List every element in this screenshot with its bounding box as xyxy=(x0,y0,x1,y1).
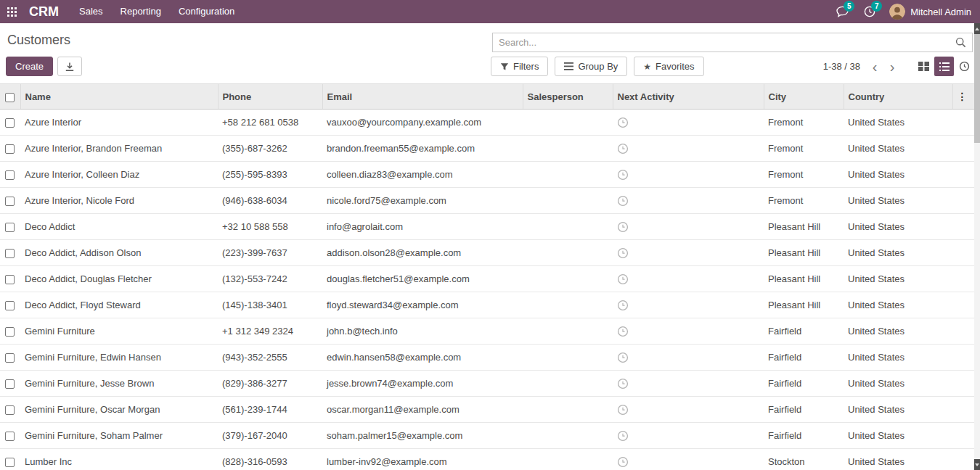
app-brand[interactable]: CRM xyxy=(23,4,70,20)
cell-country[interactable]: United States xyxy=(844,214,952,240)
table-row[interactable]: Deco Addict, Douglas Fletcher (132)-553-… xyxy=(0,266,974,292)
cell-phone[interactable]: (145)-138-3401 xyxy=(218,292,322,318)
cell-phone[interactable]: (223)-399-7637 xyxy=(218,240,322,266)
cell-next-activity[interactable] xyxy=(613,345,764,371)
row-select-cell[interactable] xyxy=(0,162,20,188)
cell-country[interactable]: United States xyxy=(844,449,952,470)
vertical-scrollbar[interactable] xyxy=(974,23,980,470)
cell-city[interactable]: Pleasant Hill xyxy=(764,292,844,318)
table-row[interactable]: Lumber Inc (828)-316-0593 lumber-inv92@e… xyxy=(0,449,974,470)
row-select-cell[interactable] xyxy=(0,110,20,136)
search-input[interactable] xyxy=(493,37,950,48)
cell-country[interactable]: United States xyxy=(844,423,952,449)
next-activity-clock-icon[interactable] xyxy=(617,273,629,285)
table-row[interactable]: Azure Interior, Nicole Ford (946)-638-60… xyxy=(0,188,974,214)
row-checkbox[interactable] xyxy=(5,118,15,128)
cell-salesperson[interactable] xyxy=(523,266,613,292)
row-checkbox[interactable] xyxy=(5,379,15,389)
cell-phone[interactable]: (829)-386-3277 xyxy=(218,371,322,397)
cell-phone[interactable]: (255)-595-8393 xyxy=(218,162,322,188)
cell-city[interactable]: Pleasant Hill xyxy=(764,266,844,292)
row-select-cell[interactable] xyxy=(0,188,20,214)
select-all-header[interactable] xyxy=(0,84,20,110)
cell-next-activity[interactable] xyxy=(613,136,764,162)
next-activity-clock-icon[interactable] xyxy=(617,221,629,233)
scroll-down-button[interactable] xyxy=(974,459,980,470)
cell-country[interactable]: United States xyxy=(844,110,952,136)
cell-next-activity[interactable] xyxy=(613,371,764,397)
pager-value[interactable]: 1-38 / 38 xyxy=(823,61,860,72)
cell-email[interactable]: douglas.fletcher51@example.com xyxy=(322,266,523,292)
cell-name[interactable]: Azure Interior, Brandon Freeman xyxy=(20,136,218,162)
row-select-cell[interactable] xyxy=(0,266,20,292)
filters-button[interactable]: Filters xyxy=(491,57,548,76)
cell-name[interactable]: Gemini Furniture, Edwin Hansen xyxy=(20,345,218,371)
cell-city[interactable]: Pleasant Hill xyxy=(764,240,844,266)
next-activity-clock-icon[interactable] xyxy=(617,117,629,128)
messages-button[interactable]: 5 xyxy=(828,0,856,23)
pager-previous-button[interactable]: ‹ xyxy=(866,57,883,76)
cell-next-activity[interactable] xyxy=(613,318,764,345)
cell-country[interactable]: United States xyxy=(844,371,952,397)
menu-reporting[interactable]: Reporting xyxy=(112,0,170,23)
cell-salesperson[interactable] xyxy=(523,397,613,423)
cell-name[interactable]: Gemini Furniture, Soham Palmer xyxy=(20,423,218,449)
search-icon[interactable] xyxy=(950,37,972,48)
table-row[interactable]: Gemini Furniture, Soham Palmer (379)-167… xyxy=(0,423,974,449)
next-activity-clock-icon[interactable] xyxy=(617,456,629,468)
cell-city[interactable]: Stockton xyxy=(764,449,844,470)
column-header-next-activity[interactable]: Next Activity xyxy=(613,84,764,110)
row-select-cell[interactable] xyxy=(0,449,20,470)
cell-next-activity[interactable] xyxy=(613,423,764,449)
row-checkbox[interactable] xyxy=(5,170,15,180)
row-checkbox[interactable] xyxy=(5,301,15,310)
cell-city[interactable]: Fremont xyxy=(764,162,844,188)
column-header-country[interactable]: Country xyxy=(844,84,952,110)
cell-next-activity[interactable] xyxy=(613,188,764,214)
cell-email[interactable]: brandon.freeman55@example.com xyxy=(322,136,523,162)
cell-email[interactable]: nicole.ford75@example.com xyxy=(322,188,523,214)
menu-sales[interactable]: Sales xyxy=(70,0,112,23)
cell-email[interactable]: soham.palmer15@example.com xyxy=(322,423,523,449)
column-header-email[interactable]: Email xyxy=(322,84,523,110)
row-checkbox[interactable] xyxy=(5,327,15,337)
cell-name[interactable]: Lumber Inc xyxy=(20,449,218,470)
cell-country[interactable]: United States xyxy=(844,292,952,318)
next-activity-clock-icon[interactable] xyxy=(617,404,629,416)
cell-name[interactable]: Deco Addict, Floyd Steward xyxy=(20,292,218,318)
scroll-up-button[interactable] xyxy=(974,23,980,34)
next-activity-clock-icon[interactable] xyxy=(617,326,629,337)
activity-view-button[interactable] xyxy=(955,57,974,76)
cell-next-activity[interactable] xyxy=(613,162,764,188)
cell-name[interactable]: Deco Addict xyxy=(20,214,218,240)
cell-email[interactable]: info@agrolait.com xyxy=(322,214,523,240)
cell-email[interactable]: floyd.steward34@example.com xyxy=(322,292,523,318)
cell-name[interactable]: Azure Interior, Colleen Diaz xyxy=(20,162,218,188)
cell-salesperson[interactable] xyxy=(523,345,613,371)
row-checkbox[interactable] xyxy=(5,249,15,258)
table-row[interactable]: Gemini Furniture, Jesse Brown (829)-386-… xyxy=(0,371,974,397)
cell-email[interactable]: addison.olson28@example.com xyxy=(322,240,523,266)
list-view-button[interactable] xyxy=(934,57,954,76)
cell-city[interactable]: Fairfield xyxy=(764,397,844,423)
next-activity-clock-icon[interactable] xyxy=(617,195,629,207)
cell-country[interactable]: United States xyxy=(844,188,952,214)
cell-city[interactable]: Fremont xyxy=(764,188,844,214)
next-activity-clock-icon[interactable] xyxy=(617,352,629,363)
table-row[interactable]: Gemini Furniture, Edwin Hansen (943)-352… xyxy=(0,345,974,371)
next-activity-clock-icon[interactable] xyxy=(617,300,629,311)
row-checkbox[interactable] xyxy=(5,223,15,232)
group-by-button[interactable]: Group By xyxy=(555,57,627,76)
row-select-cell[interactable] xyxy=(0,371,20,397)
row-checkbox[interactable] xyxy=(5,197,15,206)
cell-city[interactable]: Fremont xyxy=(764,110,844,136)
row-checkbox[interactable] xyxy=(5,353,15,363)
cell-city[interactable]: Fairfield xyxy=(764,345,844,371)
cell-email[interactable]: oscar.morgan11@example.com xyxy=(322,397,523,423)
cell-country[interactable]: United States xyxy=(844,136,952,162)
cell-salesperson[interactable] xyxy=(523,162,613,188)
cell-name[interactable]: Azure Interior xyxy=(20,110,218,136)
row-select-cell[interactable] xyxy=(0,423,20,449)
cell-salesperson[interactable] xyxy=(523,110,613,136)
cell-country[interactable]: United States xyxy=(844,266,952,292)
